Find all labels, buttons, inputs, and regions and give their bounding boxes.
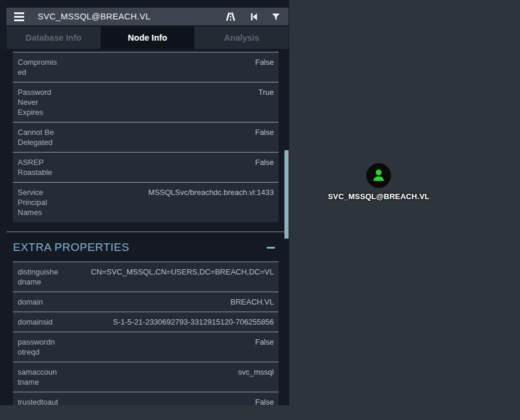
info-panel: SVC_MSSQL@BREACH.VL Database Info Node I… <box>0 0 289 405</box>
property-row: Service Principal Names MSSQLSvc/breachd… <box>13 182 279 222</box>
property-label: Compromised <box>18 57 59 77</box>
property-value: CN=SVC_MSSQL,CN=USERS,DC=BREACH,DC=VL <box>59 267 274 287</box>
search-bar: SVC_MSSQL@BREACH.VL <box>6 8 289 25</box>
property-label: Password Never Expires <box>18 87 59 117</box>
property-row: samaccountname svc_mssql <box>13 362 279 392</box>
person-icon <box>371 168 386 183</box>
property-value: False <box>59 337 274 357</box>
node-info-content: Compromised False Password Never Expires… <box>0 49 289 405</box>
search-input[interactable]: SVC_MSSQL@BREACH.VL <box>38 12 150 21</box>
property-value: False <box>59 157 274 177</box>
property-value: svc_mssql <box>59 367 274 387</box>
property-value: False <box>59 127 274 147</box>
property-label: ASREP Roastable <box>18 157 59 177</box>
tab-analysis[interactable]: Analysis <box>194 27 289 49</box>
property-row: distinguishedname CN=SVC_MSSQL,CN=USERS,… <box>13 262 279 292</box>
property-value: False <box>59 397 274 405</box>
properties-table: Compromised False Password Never Expires… <box>13 52 279 222</box>
property-value: False <box>59 57 274 77</box>
graph-node-user: SVC_MSSQL@BREACH.VL <box>308 163 449 201</box>
property-row: domain BREACH.VL <box>13 292 279 312</box>
search-bar-actions <box>225 11 281 22</box>
tab-node-info[interactable]: Node Info <box>101 27 195 49</box>
property-label: trustedtoauth <box>18 397 59 405</box>
property-row: domainsid S-1-5-21-2330692793-3312915120… <box>13 312 279 332</box>
tab-database-info[interactable]: Database Info <box>6 27 101 49</box>
property-label: Cannot Be Delegated <box>18 127 59 147</box>
pathfinding-icon[interactable] <box>225 11 236 22</box>
property-label: Service Principal Names <box>18 187 59 217</box>
property-label: distinguishedname <box>18 267 59 287</box>
property-label: samaccountname <box>18 367 59 387</box>
property-row: ASREP Roastable False <box>13 152 279 182</box>
bloodhound-app: SVC_MSSQL@BREACH.VL SVC_MSSQL@BREACH.VL <box>0 0 520 420</box>
filter-icon[interactable] <box>271 12 281 22</box>
property-label: domain <box>18 297 59 307</box>
graph-node-label: SVC_MSSQL@BREACH.VL <box>308 192 449 201</box>
property-value: True <box>59 87 274 117</box>
property-value: S-1-5-21-2330692793-3312915120-706255856 <box>59 317 274 327</box>
extra-properties-header: EXTRA PROPERTIES <box>0 232 289 262</box>
property-row: passwordnotreqd False <box>13 332 279 362</box>
tab-bar: Database Info Node Info Analysis <box>6 27 289 49</box>
collapse-minus-icon[interactable] <box>267 247 275 249</box>
property-row: Compromised False <box>13 52 279 82</box>
extra-properties-table: distinguishedname CN=SVC_MSSQL,CN=USERS,… <box>13 262 279 405</box>
property-value: BREACH.VL <box>59 297 274 307</box>
property-row: Cannot Be Delegated False <box>13 122 279 152</box>
property-label: passwordnotreqd <box>18 337 59 357</box>
extra-properties-title: EXTRA PROPERTIES <box>13 241 130 254</box>
property-row: trustedtoauth False <box>13 392 279 405</box>
property-label: domainsid <box>18 317 59 327</box>
back-icon[interactable] <box>249 12 259 22</box>
panel-scrollbar[interactable] <box>284 150 289 239</box>
user-node-icon[interactable] <box>366 163 391 188</box>
property-row: Password Never Expires True <box>13 82 279 122</box>
menu-icon[interactable] <box>14 12 24 21</box>
property-value: MSSQLSvc/breachdc.breach.vl:1433 <box>59 187 274 217</box>
